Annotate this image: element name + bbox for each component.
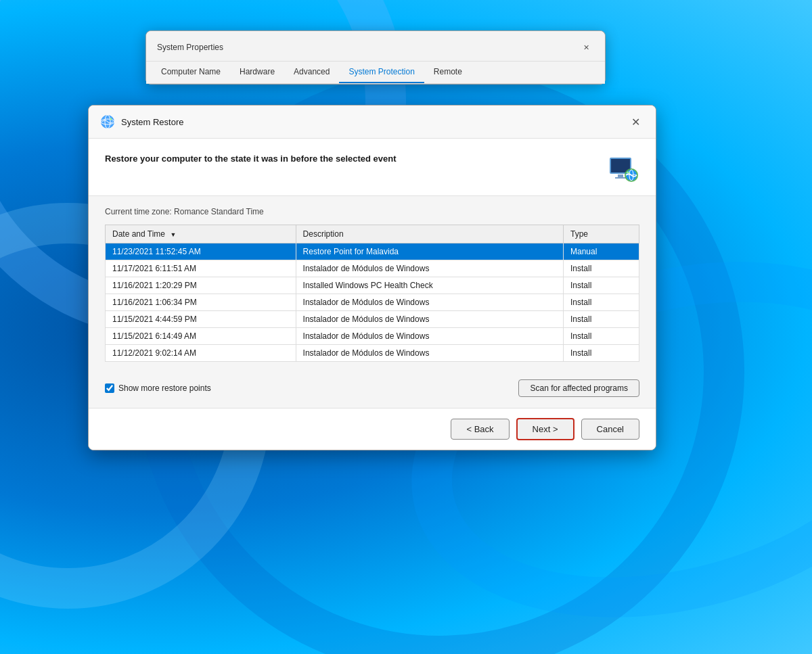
col-header-description[interactable]: Description [296,225,563,243]
cell-description: Instalador de Módulos de Windows [296,328,563,345]
dialog-body: Current time zone: Romance Standard Time… [89,196,656,373]
col-header-datetime[interactable]: Date and Time ▼ [106,225,296,243]
cell-datetime: 11/16/2021 1:20:29 PM [106,277,296,294]
svg-rect-6 [615,177,626,179]
scan-affected-programs-button[interactable]: Scan for affected programs [518,379,639,397]
cell-type: Install [563,260,639,277]
system-properties-close-button[interactable]: ✕ [578,39,594,55]
tab-hardware[interactable]: Hardware [230,62,284,83]
system-restore-close-button[interactable]: ✕ [626,112,645,131]
dialog-footer-options: Show more restore points Scan for affect… [89,373,656,408]
tab-advanced[interactable]: Advanced [284,62,339,83]
system-restore-dialog: System Restore ✕ Restore your computer t… [88,105,656,450]
cell-description: Restore Point for Malavida [296,243,563,260]
cell-description: Instalador de Módulos de Windows [296,260,563,277]
cell-datetime: 11/23/2021 11:52:45 AM [106,243,296,260]
table-row[interactable]: 11/16/2021 1:06:34 PMInstalador de Módul… [106,294,639,311]
cell-datetime: 11/15/2021 4:44:59 PM [106,311,296,328]
system-restore-titlebar: System Restore ✕ [89,106,656,139]
tab-system-protection[interactable]: System Protection [339,62,424,83]
dialog-title-left: System Restore [99,114,183,130]
cell-type: Install [563,294,639,311]
cell-datetime: 11/12/2021 9:02:14 AM [106,345,296,362]
svg-rect-5 [618,174,623,177]
table-row[interactable]: 11/23/2021 11:52:45 AMRestore Point for … [106,243,639,260]
system-properties-tabs: Computer Name Hardware Advanced System P… [146,62,605,84]
system-properties-titlebar: System Properties ✕ [146,31,605,62]
back-button[interactable]: < Back [451,419,509,440]
tab-computer-name[interactable]: Computer Name [152,62,230,83]
dialog-header-text: Restore your computer to the state it wa… [105,152,397,166]
show-more-label[interactable]: Show more restore points [105,383,211,393]
col-header-type-label: Type [570,229,588,239]
system-restore-icon [99,114,116,130]
cell-type: Manual [563,243,639,260]
system-restore-title: System Restore [121,117,183,127]
cell-description: Instalador de Módulos de Windows [296,345,563,362]
cell-type: Install [563,277,639,294]
system-properties-window: System Properties ✕ Computer Name Hardwa… [145,30,606,85]
cell-description: Installed Windows PC Health Check [296,277,563,294]
show-more-text: Show more restore points [118,383,211,393]
table-row[interactable]: 11/15/2021 4:44:59 PMInstalador de Módul… [106,311,639,328]
sort-arrow-icon: ▼ [170,231,176,238]
cell-type: Install [563,345,639,362]
col-header-datetime-label: Date and Time [112,229,165,239]
cell-description: Instalador de Módulos de Windows [296,294,563,311]
timezone-label: Current time zone: Romance Standard Time [105,207,639,216]
table-row[interactable]: 11/16/2021 1:20:29 PMInstalled Windows P… [106,277,639,294]
table-row[interactable]: 11/17/2021 6:11:51 AMInstalador de Módul… [106,260,639,277]
table-row[interactable]: 11/12/2021 9:02:14 AMInstalador de Módul… [106,345,639,362]
col-header-description-label: Description [303,229,344,239]
cell-type: Install [563,328,639,345]
restore-points-table: Date and Time ▼ Description Type 11/23/2… [105,225,639,362]
table-row[interactable]: 11/15/2021 6:14:49 AMInstalador de Módul… [106,328,639,345]
cell-datetime: 11/17/2021 6:11:51 AM [106,260,296,277]
restore-computer-icon [607,152,639,185]
cell-description: Instalador de Módulos de Windows [296,311,563,328]
next-button[interactable]: Next > [516,418,574,440]
col-header-type[interactable]: Type [563,225,639,243]
show-more-checkbox[interactable] [105,383,114,393]
cancel-button[interactable]: Cancel [581,419,639,440]
dialog-header: Restore your computer to the state it wa… [89,139,656,196]
tab-remote[interactable]: Remote [424,62,472,83]
cell-datetime: 11/15/2021 6:14:49 AM [106,328,296,345]
dialog-actions: < Back Next > Cancel [89,408,656,450]
system-properties-title: System Properties [157,43,223,52]
cell-type: Install [563,311,639,328]
cell-datetime: 11/16/2021 1:06:34 PM [106,294,296,311]
